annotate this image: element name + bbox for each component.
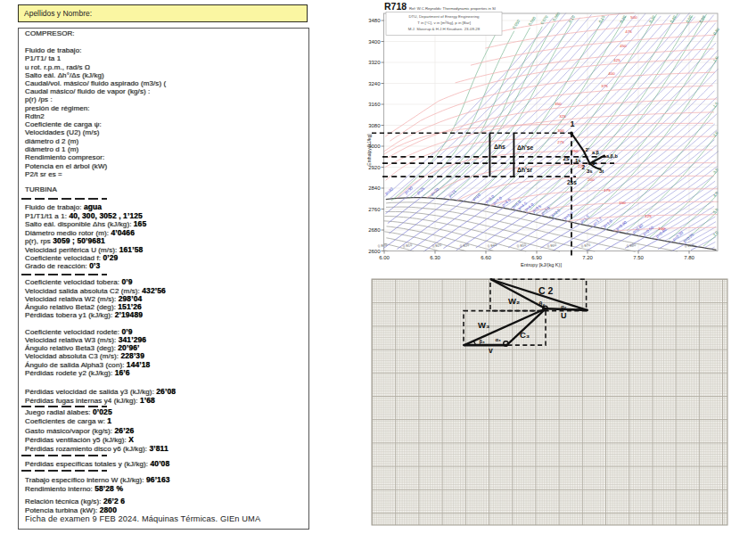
svg-text:7.50: 7.50 [633, 255, 644, 260]
svg-text:C 2: C 2 [538, 285, 554, 296]
svg-text:3: 3 [592, 160, 596, 166]
svg-text:2’: 2’ [586, 147, 590, 152]
svg-text:a.β: a.β [592, 150, 600, 155]
svg-text:375: 375 [601, 84, 608, 88]
svg-text:6.60: 6.60 [481, 255, 491, 260]
svg-text:7.20: 7.20 [582, 255, 593, 260]
svg-text:6.30: 6.30 [430, 255, 440, 260]
svg-text:400: 400 [608, 71, 615, 76]
svg-text:Δhs: Δhs [494, 144, 505, 150]
svg-text:3480: 3480 [368, 18, 381, 23]
svg-text:275: 275 [557, 140, 564, 144]
svg-text:W₂: W₂ [508, 296, 520, 306]
svg-text:250: 250 [571, 149, 579, 153]
svg-text:3400: 3400 [368, 39, 381, 45]
svg-text:3080: 3080 [368, 123, 381, 128]
svg-text:7.80: 7.80 [684, 255, 694, 260]
svg-text:M.J. Skovrup & H.J.H Knudsen.: M.J. Skovrup & H.J.H Knudsen. 23-09-28 [408, 27, 481, 31]
svg-text:2840: 2840 [368, 185, 381, 191]
svg-text:1: 1 [571, 119, 575, 128]
svg-text:3240: 3240 [368, 81, 381, 86]
svg-text:Enthalpy [kJ/kg]: Enthalpy [kJ/kg] [366, 134, 372, 166]
svg-text:Δh’se: Δh’se [517, 144, 533, 151]
svg-text:200: 200 [588, 177, 595, 182]
svg-text:Ref: W.C.Reynolds: Thermodynam: Ref: W.C.Reynolds: Thermodynamic propert… [409, 6, 496, 11]
svg-text:6.00: 6.00 [379, 255, 390, 260]
svg-text:175: 175 [604, 188, 611, 193]
svg-text:v: v [489, 346, 493, 355]
svg-text:Entropy [kJ/(kg K)]: Entropy [kJ/(kg K)] [521, 262, 562, 267]
svg-text:325: 325 [559, 114, 566, 119]
svg-text:2600: 2600 [368, 249, 381, 254]
svg-text:α₂: α₂ [561, 304, 567, 309]
svg-text:300: 300 [557, 128, 564, 133]
svg-text:150: 150 [619, 201, 626, 205]
svg-text:T in [°C], v in [m³/kg], p in: T in [°C], v in [m³/kg], p in [Bar] [417, 21, 471, 25]
svg-text:Δh’sr: Δh’sr [517, 167, 532, 173]
svg-text:475: 475 [625, 29, 632, 34]
svg-text:3s: 3s [587, 168, 593, 174]
svg-text:3160: 3160 [368, 102, 381, 107]
svg-text:a,β,b: a,β,b [606, 153, 618, 159]
svg-text:6.90: 6.90 [531, 255, 542, 260]
svg-text:β₃: β₃ [480, 339, 486, 344]
svg-text:125: 125 [645, 214, 652, 218]
svg-text:2760: 2760 [368, 207, 381, 212]
svg-text:2ss: 2ss [567, 179, 577, 185]
svg-text:θ₂: θ₂ [539, 300, 546, 307]
svg-text:450: 450 [620, 44, 627, 48]
svg-text:2s: 2s [563, 155, 571, 161]
svg-text:U: U [561, 311, 567, 320]
svg-text:1s: 1s [575, 158, 581, 163]
svg-text:3t: 3t [599, 168, 604, 174]
svg-text:C₃: C₃ [520, 330, 530, 340]
svg-text:100: 100 [658, 226, 665, 231]
svg-text:425: 425 [613, 58, 620, 62]
svg-text:α₃: α₃ [496, 337, 502, 342]
svg-text:DTU, Department of Energy Engi: DTU, Department of Energy Engineering [408, 14, 480, 19]
svg-text:2680: 2680 [368, 227, 381, 233]
svg-text:350: 350 [555, 102, 562, 106]
svg-text:3320: 3320 [368, 60, 381, 65]
svg-text:R718: R718 [384, 1, 407, 12]
svg-text:500: 500 [630, 15, 637, 20]
svg-text:W₃: W₃ [478, 320, 489, 330]
svg-text:2: 2 [582, 164, 586, 170]
